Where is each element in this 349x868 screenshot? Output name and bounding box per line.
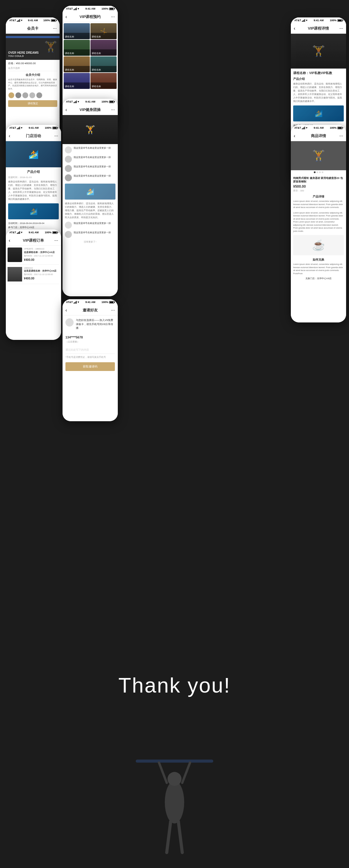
avatar-6 (65, 231, 72, 238)
comment-5: 我这里是绰号名称这里这里更多一排 (65, 222, 115, 228)
phone-course-order: AT&T ▾ 9:41 AM 100% ‹ VIP课程订单 ··· VIP机构号… (6, 229, 61, 340)
course-card-2[interactable]: 🤸 课程名称 (90, 23, 117, 39)
signal-icon (74, 100, 77, 103)
course-desc: 健身运动简单易行、适当运动、能有效地增强人们的、增进人们的健康、支持全身肌力、增… (293, 82, 344, 103)
nav-back[interactable]: ‹ (9, 238, 18, 243)
nav-back[interactable]: ‹ (9, 133, 18, 138)
order-info-1: VIP机构号：18883222 这是课程名称：光华中心V9店 预约时间：2017… (24, 248, 59, 262)
status-left: AT&T ▾ (294, 126, 308, 129)
status-left: AT&T ▾ (66, 100, 79, 103)
carrier: AT&T (9, 231, 16, 234)
course-card-1[interactable]: 课程名称 (64, 23, 90, 39)
intro-section: 产品介绍 (293, 77, 344, 81)
order-info-2: 18883222 这里是课程名称 · 光华中心V9店 预约时间：2017-11-… (24, 267, 59, 281)
carrier: AT&T (9, 126, 16, 129)
avatar-4 (29, 92, 35, 98)
status-right: 100% (330, 126, 343, 129)
nav-dots-phone1[interactable]: ··· (48, 26, 57, 31)
dots-indicator (291, 172, 346, 173)
status-left: AT&T ▾ (66, 7, 79, 10)
avatar-row (8, 92, 57, 98)
nav-dots[interactable]: ··· (335, 26, 343, 31)
nav-bar-phone2: ‹ VIP课程预约 ··· (62, 11, 118, 22)
course-card-6[interactable]: 课程名称 (90, 56, 117, 72)
avatar-5 (36, 92, 42, 98)
redeem-title: 如何兑换 (293, 258, 344, 262)
course-name: 课程名称：VIP私教VIP私教 (293, 71, 344, 75)
dot-1 (314, 172, 316, 173)
invite-avatar (65, 318, 74, 327)
course-card-8[interactable]: 课程名称 (90, 73, 117, 89)
course-overlay-6: 课程名称 (90, 66, 117, 72)
nav-back[interactable]: ‹ (65, 308, 74, 313)
invite-btn[interactable]: 获取邀请码 (65, 362, 115, 371)
mug-sim: ☕ (293, 235, 344, 255)
avatar-2 (65, 156, 72, 163)
membership-body: 价格：¥50.00-¥8000.00 会员卡选择 会员卡介绍 会员卡适用健身房社… (6, 60, 60, 108)
goods-stock: 库存：300 (293, 189, 344, 192)
course-card-7[interactable]: 课程名称 (64, 73, 90, 89)
nav-bar-phone5: ‹ VIP健身团操 ··· (62, 104, 118, 115)
group-body: 我这里是绰号名称这里这里更多一排 我这里是绰号名称这里这里更多一排 我这里是绰号… (62, 144, 118, 247)
nav-dots[interactable]: ··· (106, 308, 115, 313)
battery-label: 100% (43, 19, 50, 22)
mug-image: ☕ (293, 235, 344, 255)
nav-title-phone7: VIP课程订单 (23, 238, 44, 243)
goods-hero: 🏋 (291, 141, 346, 170)
prod-desc: 健身运动简单易行、适当运动、能有效地增强人们的、增进人们的健康、支持全身肌力、增… (8, 180, 59, 201)
nav-dots[interactable]: ··· (50, 238, 58, 243)
order-img-2 (7, 267, 22, 281)
membership-desc: 会员卡适用健身房社区会员卡、结绳商场、宾馆、健身中心、通常消费场所的会员认证，它… (8, 78, 57, 90)
order-name-2: 这里是课程名称 · 光华中心V9店 (24, 270, 59, 273)
goods-body: 纯钢男式哑铃 健身器材 家用电镀壶形20 包胶套装钢制 ¥500.00 库存：3… (291, 174, 346, 282)
date-label: 首届时间：2018-01-03 (8, 176, 59, 179)
invite-description: 与您好友选择后——加入V9免费体验卡，请先手机号到V9分享传播 (76, 318, 115, 330)
battery-pct: 100% (45, 231, 52, 234)
battery-icon (109, 7, 114, 10)
course-label-4: 课程名称 (92, 52, 101, 55)
status-right: 100% (43, 19, 56, 22)
click-replace[interactable]: （点击更换） (65, 340, 115, 343)
wifi-icon: ▾ (78, 7, 79, 10)
time: 9:41 AM (29, 126, 39, 129)
status-left: AT&T ▾ (9, 231, 22, 234)
svg-point-4 (168, 772, 181, 786)
invite-body: 与您好友选择后——加入V9免费体验卡，请先手机号到V9分享传播 134****5… (62, 315, 118, 374)
activity-icon: 🏄 (8, 203, 59, 219)
nav-dots[interactable]: ··· (335, 133, 343, 138)
time: 9:41 AM (314, 126, 324, 129)
signal-icon (302, 127, 305, 129)
avatar-1 (65, 147, 72, 153)
nav-dots[interactable]: ··· (50, 133, 58, 138)
nav-back[interactable]: ‹ (294, 133, 302, 138)
thankyou-figure-container (102, 694, 247, 868)
nav-dots[interactable]: ··· (106, 14, 115, 20)
nav-back[interactable]: ‹ (294, 26, 302, 31)
dot-3 (319, 172, 321, 173)
nav-bar-phone8: ‹ 邀请好友 ··· (62, 305, 118, 315)
avatar-3 (22, 92, 29, 98)
order-img-1 (7, 248, 22, 262)
course-overlay-7: 课程名称 (64, 83, 90, 89)
signal-icon (74, 301, 77, 304)
course-card-5[interactable]: 课程名称 (64, 56, 90, 72)
nav-dots[interactable]: ··· (106, 107, 115, 113)
course-card-4[interactable]: 课程名称 (90, 40, 117, 56)
status-right: 100% (101, 301, 114, 304)
book-button[interactable]: 课程预定 (8, 100, 57, 107)
comment-text-2: 我这里是绰号名称这里这里更多一排 (74, 156, 111, 159)
input-placeholder-text: 通过此处写下的内容 (65, 348, 89, 351)
nav-back[interactable]: ‹ (65, 14, 74, 20)
order-price-2: ¥400.00 (24, 277, 59, 280)
battery-icon (51, 19, 56, 22)
wifi-icon: ▾ (21, 126, 22, 129)
time: 9:41 AM (86, 301, 95, 304)
course-card-3[interactable]: 课程名称 (64, 40, 90, 56)
svg-line-5 (167, 822, 170, 852)
nav-back[interactable]: ‹ (65, 107, 74, 113)
message-input[interactable]: 通过此处写下的内容 (65, 346, 115, 354)
status-right: 100% (101, 100, 114, 103)
course-overlay-1: 课程名称 (64, 33, 90, 39)
course-overlay-3: 课程名称 (64, 50, 90, 56)
goods-price: ¥500.00 (293, 184, 344, 189)
